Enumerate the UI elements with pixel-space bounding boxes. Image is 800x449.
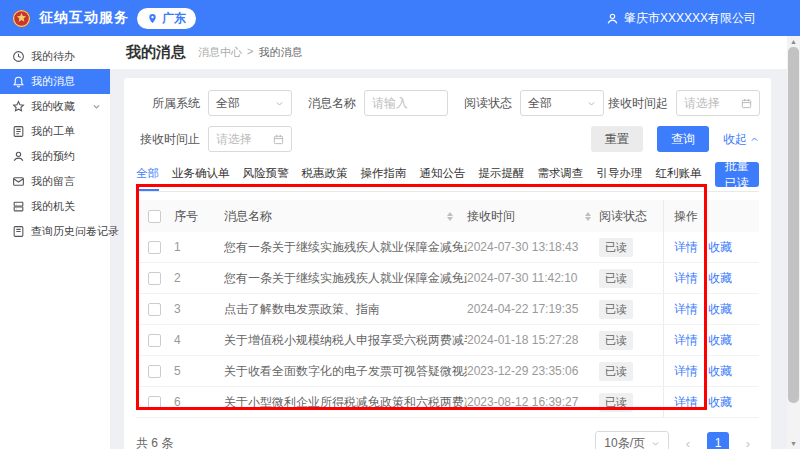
detail-link[interactable]: 详情	[674, 394, 698, 411]
time-to-datepicker[interactable]: 请选择	[208, 126, 292, 152]
tab-3[interactable]: 风险预警	[243, 166, 289, 191]
receive-time: 2023-12-29 23:35:06	[467, 356, 599, 386]
message-title[interactable]: 关于收看全面数字化的电子发票可视答疑微视频的提示提醒	[224, 356, 467, 386]
detail-link[interactable]: 详情	[674, 332, 698, 349]
read-status-badge: 已读	[599, 331, 633, 350]
row-checkbox[interactable]	[148, 365, 161, 378]
mail-icon	[12, 175, 25, 188]
row-checkbox[interactable]	[148, 396, 161, 409]
calendar-icon	[741, 98, 752, 109]
message-title[interactable]: 您有一条关于继续实施残疾人就业保障金减免政策的提示提醒	[224, 263, 467, 293]
row-checkbox[interactable]	[148, 272, 161, 285]
account-info[interactable]: 肇庆市XXXXXX有限公司	[606, 10, 756, 27]
select-all-checkbox[interactable]	[148, 210, 161, 223]
sidebar-item-my-appointments[interactable]: 我的预约	[0, 144, 110, 169]
scrollbar-up-arrow[interactable]: ▲	[787, 36, 800, 47]
sidebar-item-label: 我的留言	[31, 174, 75, 189]
system-select-value: 全部	[216, 95, 240, 112]
system-select[interactable]: 全部	[208, 90, 292, 116]
breadcrumb-separator: >	[247, 45, 253, 60]
read-status-badge: 已读	[599, 269, 633, 288]
chevron-down-icon	[92, 102, 101, 111]
row-checkbox[interactable]	[148, 303, 161, 316]
tab-9[interactable]: 引导办理	[597, 166, 643, 191]
tab-5[interactable]: 操作指南	[361, 166, 407, 191]
filter-row-1: 所属系统 全部 消息名称 阅读状态 全部	[136, 90, 759, 116]
search-button[interactable]: 查询	[657, 126, 709, 152]
national-emblem-logo	[12, 9, 31, 28]
table-row: 1 您有一条关于继续实施残疾人就业保障金减免政策的提示提醒 2024-07-30…	[136, 232, 759, 263]
favorite-link[interactable]: 收藏	[708, 332, 732, 349]
row-checkbox[interactable]	[148, 334, 161, 347]
current-page-button[interactable]: 1	[707, 432, 729, 449]
page-size-select[interactable]: 10条/页	[595, 431, 669, 449]
table-row: 4 关于增值税小规模纳税人申报享受六税两费减半征收政策的提醒 2024-01-1…	[136, 325, 759, 356]
messages-table: 序号 消息名称 接收时间 阅读状态 操作 1 您有一条关于继续实施残疾人就业保障…	[136, 200, 759, 418]
message-title[interactable]: 关于小型微利企业所得税减免政策和六税两费减半优惠政策的提示...	[224, 387, 467, 417]
column-header-index: 序号	[172, 200, 224, 232]
row-checkbox[interactable]	[148, 241, 161, 254]
detail-link[interactable]: 详情	[674, 301, 698, 318]
reset-button[interactable]: 重置	[591, 126, 643, 152]
favorite-link[interactable]: 收藏	[708, 270, 732, 287]
message-title[interactable]: 关于增值税小规模纳税人申报享受六税两费减半征收政策的提醒	[224, 325, 467, 355]
sidebar-item-my-comments[interactable]: 我的留言	[0, 169, 110, 194]
table-header-row: 序号 消息名称 接收时间 阅读状态 操作	[136, 200, 759, 232]
scrollbar-thumb[interactable]	[788, 47, 799, 403]
tab-10[interactable]: 红利账单	[656, 166, 702, 191]
detail-link[interactable]: 详情	[674, 363, 698, 380]
building-icon	[12, 200, 25, 213]
detail-link[interactable]: 详情	[674, 270, 698, 287]
collapse-toggle[interactable]: 收起	[723, 131, 759, 148]
favorite-link[interactable]: 收藏	[708, 363, 732, 380]
column-header-action: 操作	[663, 200, 759, 232]
sidebar-item-my-todo[interactable]: 我的待办	[0, 44, 110, 69]
message-title[interactable]: 点击了解数电发票政策、指南	[224, 294, 467, 324]
file-icon	[12, 125, 25, 138]
receive-time: 2024-07-30 13:18:43	[467, 232, 599, 262]
tab-7[interactable]: 提示提醒	[479, 166, 525, 191]
tab-1[interactable]: 全部	[136, 166, 159, 191]
favorite-link[interactable]: 收藏	[708, 239, 732, 256]
page-title: 我的消息	[126, 43, 186, 62]
tab-8[interactable]: 需求调查	[538, 166, 584, 191]
table-row: 5 关于收看全面数字化的电子发票可视答疑微视频的提示提醒 2023-12-29 …	[136, 356, 759, 387]
message-name-input[interactable]	[372, 96, 440, 110]
sidebar-item-my-favorites[interactable]: 我的收藏	[0, 94, 110, 119]
page-header: 我的消息 消息中心 > 我的消息	[110, 36, 787, 69]
message-title[interactable]: 您有一条关于继续实施残疾人就业保障金减免政策的提示提醒	[224, 232, 467, 262]
time-from-datepicker[interactable]: 请选择	[676, 90, 760, 116]
window-scrollbar[interactable]: ▲ ▼	[787, 36, 800, 449]
sidebar-item-my-messages[interactable]: 我的消息	[0, 69, 110, 94]
time-to-placeholder: 请选择	[216, 131, 252, 148]
batch-read-button[interactable]: 批量已读	[715, 162, 760, 187]
scrollbar-down-arrow[interactable]: ▼	[787, 438, 800, 449]
breadcrumb-root[interactable]: 消息中心	[198, 45, 242, 60]
calendar-icon	[273, 134, 284, 145]
favorite-link[interactable]: 收藏	[708, 301, 732, 318]
sidebar-item-query-history[interactable]: 查询历史问卷记录	[0, 219, 110, 244]
sidebar-item-my-workorders[interactable]: 我的工单	[0, 119, 110, 144]
read-status-select[interactable]: 全部	[520, 90, 604, 116]
user-icon	[606, 12, 619, 25]
column-header-time[interactable]: 接收时间	[467, 200, 599, 232]
read-status-value: 全部	[528, 95, 552, 112]
prev-page-button[interactable]: ‹	[677, 432, 699, 449]
column-header-name[interactable]: 消息名称	[224, 200, 467, 232]
sort-icon[interactable]	[585, 212, 591, 221]
sort-icon[interactable]	[447, 212, 453, 221]
tab-4[interactable]: 税惠政策	[302, 166, 348, 191]
region-selector[interactable]: 广东	[137, 8, 196, 29]
tab-6[interactable]: 通知公告	[420, 166, 466, 191]
detail-link[interactable]: 详情	[674, 239, 698, 256]
favorite-link[interactable]: 收藏	[708, 394, 732, 411]
sidebar-item-my-agency[interactable]: 我的机关	[0, 194, 110, 219]
breadcrumb: 消息中心 > 我的消息	[198, 45, 302, 60]
tab-2[interactable]: 业务确认单	[172, 166, 230, 191]
receive-time: 2023-08-12 16:39:27	[467, 387, 599, 417]
clock-icon	[12, 50, 25, 63]
time-from-label: 接收时间起	[604, 95, 668, 112]
chevron-up-icon	[750, 135, 759, 144]
row-index: 2	[172, 263, 224, 293]
next-page-button[interactable]: ›	[737, 432, 759, 449]
